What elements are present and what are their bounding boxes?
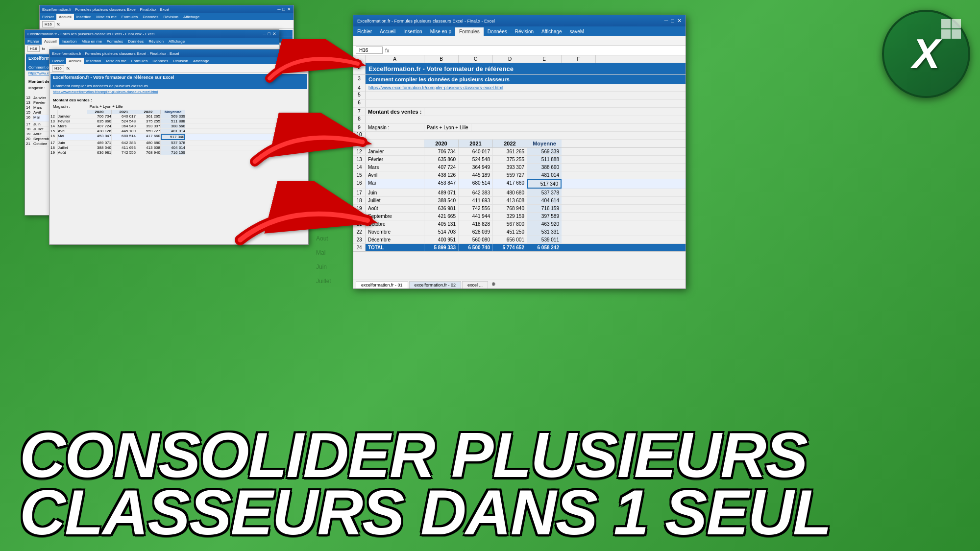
main-title-line2: CLASSEURS DANS 1 SEUL [20, 484, 831, 541]
year-2020-val: 438 126 [424, 171, 459, 179]
avg-val: 539 011 [527, 236, 562, 243]
col-b: B [424, 55, 459, 63]
avg-val: 517 340 [527, 179, 562, 189]
total-2022: 5 774 652 [493, 244, 527, 251]
table-row: 17 Juin 489 071 642 383 480 680 537 378 [353, 189, 686, 197]
excel-x-letter: X [912, 30, 940, 78]
tab-affichage[interactable]: Affichage [538, 27, 566, 36]
row-5: 5 [353, 92, 366, 99]
tab-donnees[interactable]: Données [484, 27, 511, 36]
row-6: 6 [353, 100, 366, 107]
year-2020-val: 388 540 [424, 197, 459, 204]
year-2022-val: 417 660 [493, 179, 527, 189]
title-text-2: Excelformation.fr - Formules plusieurs c… [27, 32, 155, 36]
ribbon-tabs: Fichier Accueil Insertion Mise en p Form… [353, 26, 686, 36]
sidebar-month-juillet: Juillet [316, 278, 331, 285]
year-2022-val: 656 001 [493, 236, 527, 243]
year-2022-val: 451 250 [493, 228, 527, 236]
year-2022-val: 329 159 [493, 213, 527, 220]
sheet-tab-3[interactable]: excel ... [462, 281, 488, 288]
table-row: 14 Mars 407 724 364 949 393 307 388 660 [353, 164, 686, 171]
year-2020-val: 514 703 [424, 228, 459, 236]
year-2022-val: 413 608 [493, 197, 527, 204]
year-2022-val: 361 265 [493, 148, 527, 155]
year-2020-header: 2020 [424, 140, 459, 147]
bottom-text-area: CONSOLIDER PLUSIEURS CLASSEURS DANS 1 SE… [0, 316, 980, 551]
function-icon: fx [385, 48, 390, 53]
year-2022-val: 393 307 [493, 164, 527, 171]
year-2020-val: 421 665 [424, 213, 459, 220]
arrow-2 [245, 113, 372, 171]
year-2020-val: 453 847 [424, 179, 459, 189]
total-avg: 6 058 242 [527, 244, 562, 251]
year-2020-val: 635 860 [424, 156, 459, 163]
year-2021-val: 445 189 [459, 171, 493, 179]
total-2021: 6 500 740 [459, 244, 493, 251]
add-sheet-button[interactable]: ⊕ [491, 281, 495, 288]
subtitle-cell[interactable]: Comment compiler les données de plusieur… [366, 75, 686, 84]
month-rows: 12 Janvier 706 734 640 017 361 265 569 3… [353, 148, 686, 244]
avg-val: 463 920 [527, 220, 562, 228]
avg-val: 388 660 [527, 164, 562, 171]
excel-grid-icon [941, 19, 961, 39]
sheet-tab-2[interactable]: excelformation.fr - 02 [409, 281, 462, 288]
year-2021-val: 560 080 [459, 236, 493, 243]
titlebar-2: Excelformation.fr - Formules plusieurs c… [25, 30, 279, 38]
sheet-tab-1[interactable]: excelformation.fr - 01 [356, 281, 408, 288]
table-row: 12 Janvier 706 734 640 017 361 265 569 3… [353, 148, 686, 156]
formula-bar[interactable] [392, 48, 683, 53]
main-titlebar: Excelformation.fr - Formules plusieurs c… [353, 15, 686, 26]
year-2021-val: 642 383 [459, 189, 493, 196]
year-2020-val: 400 951 [424, 236, 459, 243]
tab-fichier[interactable]: Fichier [353, 27, 376, 36]
table-row: 16 Mai 453 847 680 514 417 660 517 340 [353, 179, 686, 189]
avg-val: 569 339 [527, 148, 562, 155]
restore-button[interactable]: □ [671, 18, 674, 24]
year-2021-val: 742 556 [459, 205, 493, 212]
table-row: 13 Février 635 860 524 548 375 255 511 8… [353, 156, 686, 164]
spreadsheet: A B C D E F 2 Excelformation.fr - Votre … [353, 55, 686, 252]
tab-insertion[interactable]: Insertion [399, 27, 426, 36]
avg-val: 511 888 [527, 156, 562, 163]
year-2021-header: 2021 [459, 140, 493, 147]
year-2022-val: 768 940 [493, 205, 527, 212]
avg-val: 404 614 [527, 197, 562, 204]
year-2022-header: 2022 [493, 140, 527, 147]
year-2021-val: 628 039 [459, 228, 493, 236]
minimize-button[interactable]: ─ [664, 18, 668, 24]
year-2020-val: 405 131 [424, 220, 459, 228]
year-2021-val: 411 693 [459, 197, 493, 204]
excel-main-window: Excelformation.fr - Formules plusieurs c… [353, 15, 686, 289]
year-2021-val: 441 944 [459, 213, 493, 220]
table-row: 20 Septembre 421 665 441 944 329 159 397… [353, 213, 686, 220]
tab-accueil[interactable]: Accueil [376, 27, 399, 36]
col-f: F [562, 55, 596, 63]
avg-val: 716 159 [527, 205, 562, 212]
arrow-3 [230, 181, 377, 245]
table-row: 15 Avril 438 126 445 189 559 727 481 014 [353, 171, 686, 179]
year-2021-val: 640 017 [459, 148, 493, 155]
title-cell[interactable]: Excelformation.fr - Votre formateur de r… [366, 63, 686, 74]
arrow-1 [260, 39, 368, 88]
col-c: C [459, 55, 493, 63]
main-title-line1: CONSOLIDER PLUSIEURS [20, 427, 807, 484]
avg-val: 397 589 [527, 213, 562, 220]
year-2022-val: 567 800 [493, 220, 527, 228]
close-button[interactable]: ✕ [677, 18, 682, 24]
year-2022-val: 559 727 [493, 171, 527, 179]
link-cell[interactable]: https://www.excelformation.fr/compiler-p… [366, 84, 686, 92]
avg-val: 481 014 [527, 171, 562, 179]
year-2021-val: 418 828 [459, 220, 493, 228]
avg-val: 537 378 [527, 189, 562, 196]
tab-mise-en-page[interactable]: Mise en p [426, 27, 455, 36]
tab-formules[interactable]: Formules [455, 27, 484, 36]
tab-revision[interactable]: Révision [511, 27, 538, 36]
year-2020-val: 636 981 [424, 205, 459, 212]
table-row: 19 Août 636 981 742 556 768 940 716 159 [353, 205, 686, 213]
year-2020-val: 706 734 [424, 148, 459, 155]
magasin-value: Paris + Lyon + Lille [424, 124, 471, 131]
main-title-text: Excelformation.fr - Formules plusieurs c… [357, 19, 495, 24]
tab-savem[interactable]: saveM [566, 27, 588, 36]
avg-header: Moyenne [527, 140, 562, 147]
sheet-tabs-bar: excelformation.fr - 01 excelformation.fr… [353, 280, 686, 288]
